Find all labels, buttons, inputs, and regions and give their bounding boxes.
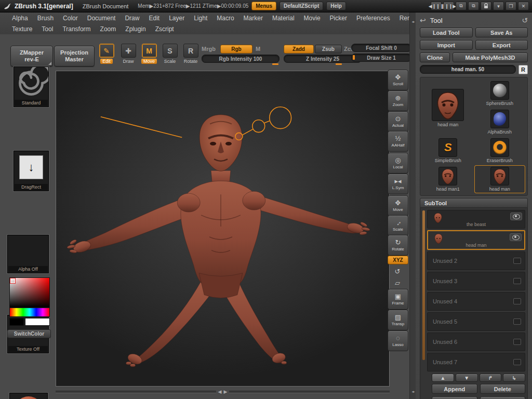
- secondary-color-swatch[interactable]: [9, 318, 24, 326]
- current-stroke-dragrect[interactable]: ↓ DragRect: [14, 151, 49, 191]
- subtool-checkbox[interactable]: [513, 298, 521, 304]
- subtool-duplicate-up-button[interactable]: ↱: [480, 374, 502, 382]
- menu-draw[interactable]: Draw: [120, 15, 144, 22]
- subtool-item-unused-2[interactable]: Unused 2: [427, 251, 525, 270]
- subtool-section-header[interactable]: SubTool: [420, 198, 528, 208]
- close-button[interactable]: ✕: [518, 2, 529, 10]
- panel-back-icon[interactable]: ↩: [420, 16, 426, 24]
- default-zscript-button[interactable]: DefaultZScript: [280, 2, 323, 10]
- document-canvas[interactable]: [56, 71, 390, 387]
- saturation-value-picker[interactable]: [9, 277, 50, 308]
- scroll-tool-button[interactable]: ✥ Scroll: [388, 70, 408, 90]
- subtool-item-head-man[interactable]: head man: [427, 230, 525, 250]
- shelf-scroll-right-button[interactable]: ❙❙❙▶: [443, 2, 454, 10]
- tool-select-slider[interactable]: head man. 50: [420, 65, 516, 74]
- append-button[interactable]: Append: [432, 384, 477, 394]
- subtool-up-button[interactable]: ▲: [432, 374, 454, 382]
- tool-item-alphabrush[interactable]: AlphaBrush: [475, 109, 525, 136]
- menu-texture[interactable]: Texture: [7, 25, 37, 33]
- lock-icon[interactable]: [481, 2, 491, 10]
- menu-preferences[interactable]: Preferences: [352, 15, 395, 22]
- menu-macro[interactable]: Macro: [212, 15, 238, 22]
- canvas-move-button[interactable]: ✥ Move: [388, 195, 408, 216]
- zoom-tool-button[interactable]: ⊕ Zoom: [388, 90, 408, 111]
- menu-layer[interactable]: Layer: [164, 15, 189, 22]
- scroll-right-icon[interactable]: ▶: [224, 390, 228, 394]
- rgb-button[interactable]: Rgb: [220, 45, 252, 54]
- current-alpha[interactable]: Alpha Off: [7, 235, 49, 273]
- import-button[interactable]: Import: [420, 40, 473, 50]
- zmapper-button[interactable]: ZMapper rev-E: [10, 46, 53, 66]
- m-button[interactable]: M: [256, 46, 260, 52]
- grpsplit-button[interactable]: GrpSplit: [480, 396, 526, 399]
- lsym-button[interactable]: ▸◂ L.Sym: [388, 174, 408, 194]
- shelf-scroll-left-button[interactable]: ◀❙❙❙: [431, 2, 442, 10]
- load-tool-button[interactable]: Load Tool: [420, 28, 473, 37]
- restore-button[interactable]: ❐: [506, 2, 516, 10]
- move-mode-button[interactable]: M Move: [139, 44, 159, 65]
- aahalf-button[interactable]: ½ AAHalf: [388, 131, 408, 152]
- tool-item-eraserbrush[interactable]: EraserBrush: [475, 137, 525, 164]
- menu-brush[interactable]: Brush: [33, 15, 58, 22]
- tool-item-headman1[interactable]: head man1: [423, 166, 473, 193]
- menu-zoom[interactable]: Zoom: [96, 25, 121, 33]
- canvas-scale-button[interactable]: ↔ Scale: [388, 215, 408, 236]
- subtool-item-unused-3[interactable]: Unused 3: [427, 272, 525, 290]
- clone-button[interactable]: Clone: [420, 52, 450, 62]
- menu-picker[interactable]: Picker: [325, 15, 352, 22]
- z-intensity-slider[interactable]: Z Intensity 25: [284, 55, 362, 63]
- menu-material[interactable]: Material: [268, 15, 299, 22]
- subtool-item-unused-4[interactable]: Unused 4: [427, 292, 525, 311]
- save-as-button[interactable]: Save As: [475, 28, 528, 37]
- subtool-checkbox[interactable]: [513, 359, 521, 365]
- delete-button[interactable]: Delete: [480, 384, 526, 394]
- visibility-toggle[interactable]: [510, 233, 522, 241]
- menu-zplugin[interactable]: Zplugin: [121, 25, 150, 33]
- tool-item-simplebrush[interactable]: S SimpleBrush: [423, 137, 473, 164]
- copy-document-icon[interactable]: ⧉: [456, 2, 467, 10]
- menu-document[interactable]: Document: [83, 15, 121, 22]
- menu-edit[interactable]: Edit: [144, 15, 164, 22]
- subtool-down-button[interactable]: ▼: [456, 374, 478, 382]
- menu-color[interactable]: Color: [58, 15, 83, 22]
- menu-marker[interactable]: Marker: [239, 15, 268, 22]
- subtool-checkbox[interactable]: [513, 339, 521, 345]
- subtool-checkbox[interactable]: [513, 278, 521, 284]
- restore-config-button[interactable]: R: [518, 65, 528, 74]
- menus-button[interactable]: Menus: [251, 2, 276, 10]
- xyz-button[interactable]: XYZ: [388, 256, 408, 264]
- paste-document-icon[interactable]: ⧉: [468, 2, 479, 10]
- zsub-button[interactable]: Zsub: [315, 45, 342, 54]
- perspective-cube-icon[interactable]: ▱: [391, 277, 404, 288]
- rgb-intensity-slider[interactable]: Rgb Intensity 100: [202, 55, 280, 63]
- subtool-scrollbar[interactable]: [422, 210, 425, 360]
- minimize-button[interactable]: ▾: [493, 2, 504, 10]
- primary-color-swatch[interactable]: [25, 318, 50, 326]
- subtool-checkbox[interactable]: [513, 258, 521, 264]
- current-material[interactable]: MatCap Red Wa: [9, 393, 48, 399]
- actual-size-button[interactable]: ⊙ Actual: [388, 111, 408, 132]
- switch-color-button[interactable]: SwitchColor: [7, 329, 51, 338]
- hue-strip[interactable]: [9, 308, 50, 317]
- menu-alpha[interactable]: Alpha: [7, 15, 33, 22]
- subtool-item-unused-6[interactable]: Unused 6: [427, 332, 525, 351]
- subtool-item-unused-5[interactable]: Unused 5: [427, 312, 525, 331]
- subtool-duplicate-down-button[interactable]: ↳: [503, 374, 525, 382]
- subtool-item-unused-7[interactable]: Unused 7: [427, 353, 525, 371]
- scroll-left-icon[interactable]: ◀: [218, 390, 222, 394]
- tool-item-spherebrush[interactable]: SphereBrush: [475, 80, 525, 107]
- split-button[interactable]: Split: [432, 396, 477, 399]
- lasso-button[interactable]: ◌ Lasso: [388, 330, 408, 351]
- subtool-item-the-beast[interactable]: the beast: [427, 210, 525, 229]
- current-brush-standard[interactable]: Standard: [14, 66, 49, 107]
- canvas-h-scrollbar[interactable]: ◀ ▶: [56, 388, 390, 396]
- edit-mode-button[interactable]: ✎ Edit: [97, 44, 116, 65]
- pivot-icon[interactable]: ↺: [391, 266, 404, 276]
- canvas-rotate-button[interactable]: ↻ Rotate: [388, 235, 408, 256]
- projection-master-button[interactable]: Projection Master: [54, 46, 95, 66]
- current-tool-item[interactable]: head man: [423, 80, 473, 136]
- make-polymesh-button[interactable]: Make PolyMesh3D: [453, 52, 528, 62]
- menu-tool[interactable]: Tool: [37, 25, 58, 33]
- draw-size-slider[interactable]: Draw Size 1: [351, 54, 411, 62]
- visibility-toggle[interactable]: [510, 212, 522, 220]
